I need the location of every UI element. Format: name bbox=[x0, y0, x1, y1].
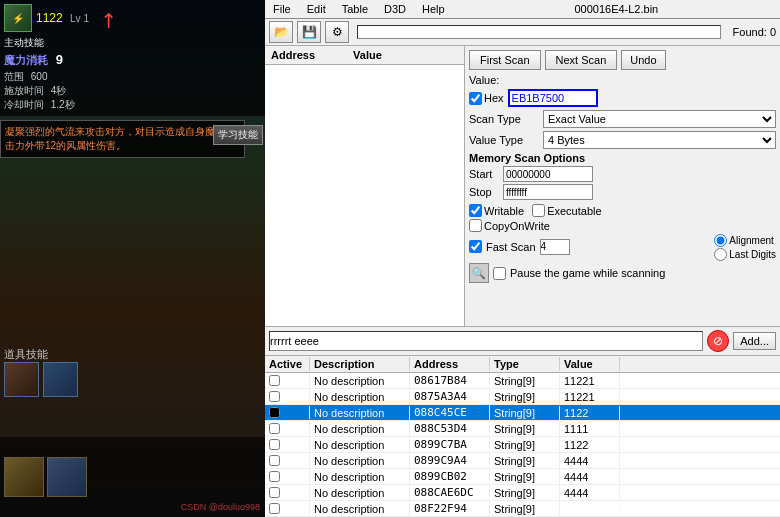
row-checkbox[interactable] bbox=[269, 423, 280, 434]
toolbar-open-btn[interactable]: 📂 bbox=[269, 21, 293, 43]
menu-bar: File Edit Table D3D Help 000016E4-L2.bin bbox=[265, 0, 780, 19]
table-row[interactable]: No description08617B84String[9]11221 bbox=[265, 373, 780, 389]
menu-d3d[interactable]: D3D bbox=[380, 2, 410, 16]
writable-checkbox[interactable] bbox=[469, 204, 482, 217]
start-input[interactable] bbox=[503, 166, 593, 182]
scan-type-label: Scan Type bbox=[469, 113, 539, 125]
executable-checkbox[interactable] bbox=[532, 204, 545, 217]
col-type: Type bbox=[490, 357, 560, 371]
copyonwrite-row: CopyOnWrite bbox=[469, 219, 776, 232]
row-checkbox[interactable] bbox=[269, 407, 280, 418]
learn-skill-button[interactable]: 学习技能 bbox=[213, 125, 263, 145]
bottom-icon-2 bbox=[47, 457, 87, 497]
table-row[interactable]: No description0899C9A4String[9]4444 bbox=[265, 453, 780, 469]
cell-address: 0899C9A4 bbox=[410, 453, 490, 468]
stop-input[interactable] bbox=[503, 184, 593, 200]
cell-value: 4444 bbox=[560, 454, 620, 468]
next-scan-button[interactable]: Next Scan bbox=[545, 50, 618, 70]
writable-label: Writable bbox=[469, 204, 524, 217]
row-checkbox[interactable] bbox=[269, 391, 280, 402]
cell-type: String[9] bbox=[490, 470, 560, 484]
mana-value: 9 bbox=[56, 52, 63, 67]
menu-file[interactable]: File bbox=[269, 2, 295, 16]
mana-label: 魔力消耗 bbox=[4, 54, 48, 66]
pause-checkbox[interactable] bbox=[493, 267, 506, 280]
skill-panel: ⚡ 1122 Lv 1 主动技能 魔力消耗 9 范围 600 施放时间 4秒 冷… bbox=[0, 0, 265, 116]
table-row[interactable]: No description088CAE6DCString[9]4444 bbox=[265, 485, 780, 501]
add-address-button[interactable]: Add... bbox=[733, 332, 776, 350]
row-checkbox[interactable] bbox=[269, 439, 280, 450]
hex-checkbox-label: Hex bbox=[469, 92, 504, 105]
mana-section: 魔力消耗 9 bbox=[4, 52, 261, 68]
duration-stat: 施放时间 4秒 bbox=[4, 84, 261, 98]
menu-help[interactable]: Help bbox=[418, 2, 449, 16]
results-body: No description08617B84String[9]11221No d… bbox=[265, 373, 780, 517]
alignment-group: Alignment Last Digits bbox=[714, 234, 776, 261]
row-checkbox[interactable] bbox=[269, 455, 280, 466]
skill-icon-1[interactable] bbox=[4, 362, 39, 397]
stop-label: Stop bbox=[469, 186, 499, 198]
skill-icon-row bbox=[4, 362, 78, 397]
row-checkbox[interactable] bbox=[269, 471, 280, 482]
table-row[interactable]: No description088C53D4String[9]1111 bbox=[265, 421, 780, 437]
results-header: Active Description Address Type Value bbox=[265, 356, 780, 373]
hex-value-input[interactable] bbox=[508, 89, 598, 107]
table-row[interactable]: No description0899CB02String[9]4444 bbox=[265, 469, 780, 485]
menu-table[interactable]: Table bbox=[338, 2, 372, 16]
cell-address: 088CAE6DC bbox=[410, 485, 490, 500]
pause-label: Pause the game while scanning bbox=[510, 267, 665, 279]
scan-icon-btn[interactable]: 🔍 bbox=[469, 263, 489, 283]
toolbar-settings-btn[interactable]: ⚙ bbox=[325, 21, 349, 43]
hex-row: Hex bbox=[469, 89, 776, 107]
col-description: Description bbox=[310, 357, 410, 371]
table-row[interactable]: No description08F22F94String[9] bbox=[265, 501, 780, 517]
last-digits-radio[interactable] bbox=[714, 248, 727, 261]
main-content: Address Value First Scan Next Scan Undo … bbox=[265, 46, 780, 326]
pause-row: 🔍 Pause the game while scanning bbox=[469, 263, 776, 283]
cell-value: 1122 bbox=[560, 438, 620, 452]
fast-scan-label: Fast Scan bbox=[486, 241, 536, 253]
first-scan-button[interactable]: First Scan bbox=[469, 50, 541, 70]
passive-label: 道具技能 bbox=[4, 347, 48, 362]
alignment-radio-label: Alignment bbox=[714, 234, 776, 247]
cell-address: 0899CB02 bbox=[410, 469, 490, 484]
hex-checkbox[interactable] bbox=[469, 92, 482, 105]
value-label: Value: bbox=[469, 74, 509, 86]
table-row[interactable]: No description0899C7BAString[9]1122 bbox=[265, 437, 780, 453]
menu-edit[interactable]: Edit bbox=[303, 2, 330, 16]
results-section: Active Description Address Type Value No… bbox=[265, 355, 780, 517]
cell-active bbox=[265, 486, 310, 499]
cell-active bbox=[265, 374, 310, 387]
fast-scan-value-input[interactable] bbox=[540, 239, 570, 255]
executable-label: Executable bbox=[532, 204, 601, 217]
fast-scan-alignment-row: Fast Scan Alignment Last Digits bbox=[469, 234, 776, 261]
undo-button[interactable]: Undo bbox=[621, 50, 665, 70]
toolbar-save-btn[interactable]: 💾 bbox=[297, 21, 321, 43]
col-value: Value bbox=[560, 357, 620, 371]
row-checkbox[interactable] bbox=[269, 487, 280, 498]
table-row[interactable]: No description0875A3A4String[9]11221 bbox=[265, 389, 780, 405]
add-bar-input[interactable] bbox=[269, 331, 703, 351]
stop-button[interactable]: ⊘ bbox=[707, 330, 729, 352]
row-checkbox[interactable] bbox=[269, 375, 280, 386]
cell-value: 11221 bbox=[560, 390, 620, 404]
fast-scan-checkbox[interactable] bbox=[469, 240, 482, 253]
game-panel: ⚡ 1122 Lv 1 主动技能 魔力消耗 9 范围 600 施放时间 4秒 冷… bbox=[0, 0, 265, 517]
value-type-dropdown[interactable]: 4 Bytes bbox=[543, 131, 776, 149]
cell-value: 4444 bbox=[560, 486, 620, 500]
table-row[interactable]: No description088C45CEString[9]1122← bbox=[265, 405, 780, 421]
cell-active bbox=[265, 438, 310, 451]
scan-type-dropdown[interactable]: Exact Value bbox=[543, 110, 776, 128]
copyonwrite-checkbox[interactable] bbox=[469, 219, 482, 232]
skill-level: Lv 1 bbox=[70, 13, 89, 24]
title-bar-text: 000016E4-L2.bin bbox=[457, 3, 776, 15]
skill-icon-2[interactable] bbox=[43, 362, 78, 397]
bottom-icon-1 bbox=[4, 457, 44, 497]
cell-type: String[9] bbox=[490, 422, 560, 436]
alignment-radio[interactable] bbox=[714, 234, 727, 247]
address-col-header: Address bbox=[267, 48, 319, 62]
stop-row: Stop bbox=[469, 184, 776, 200]
row-checkbox[interactable] bbox=[269, 503, 280, 514]
watermark: CSDN @douluo998 bbox=[181, 502, 260, 512]
add-bar: ⊘ Add... bbox=[265, 326, 780, 355]
